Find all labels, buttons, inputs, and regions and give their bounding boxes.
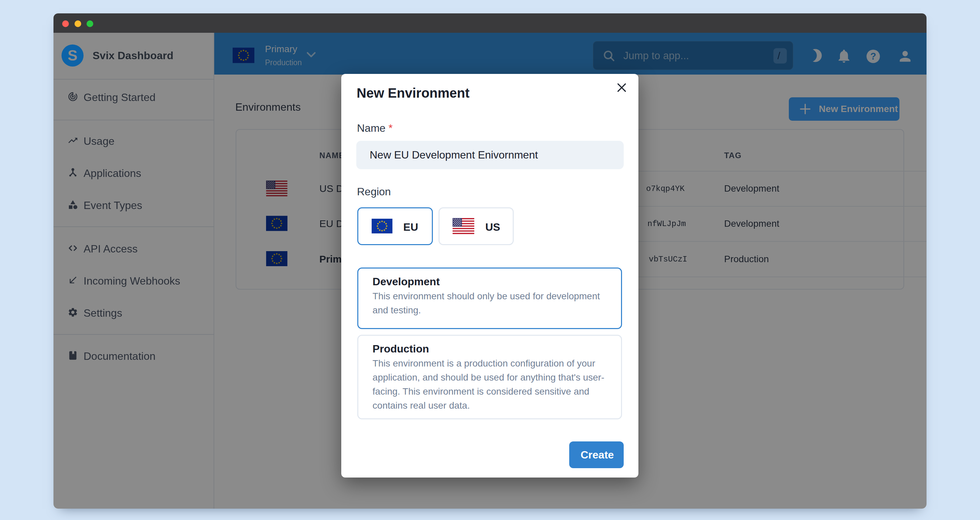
svg-text:?: ? bbox=[870, 51, 877, 62]
svg-text:S: S bbox=[67, 47, 77, 64]
